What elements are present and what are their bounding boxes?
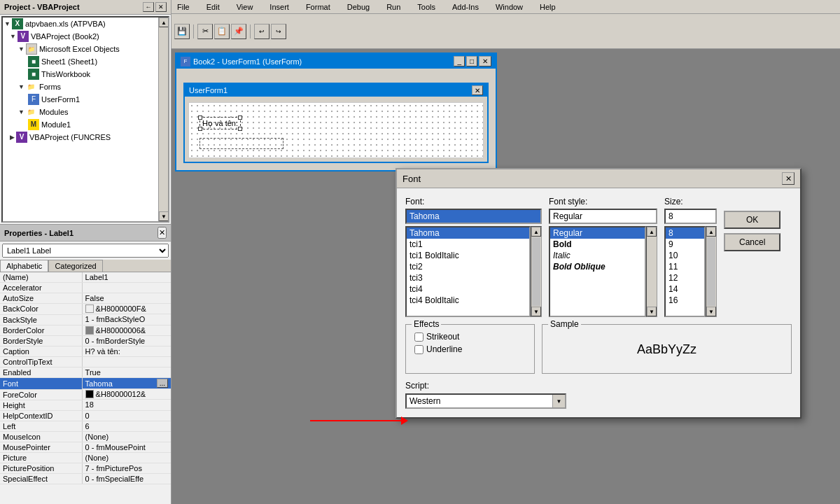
prop-value[interactable]: [82, 357, 171, 368]
toolbar-redo-btn[interactable]: ↪: [271, 24, 286, 39]
style-regular[interactable]: Regular: [550, 227, 645, 239]
prop-value[interactable]: 1 - fmBackStyleO: [82, 314, 171, 325]
tree-scroll-up[interactable]: ▲: [159, 18, 169, 27]
font-scroll-down[interactable]: ▼: [531, 307, 541, 316]
menu-tools[interactable]: Tools: [414, 1, 438, 13]
script-dropdown-btn[interactable]: ▼: [552, 395, 565, 407]
font-list-item-tci1[interactable]: tci1: [407, 239, 529, 250]
inner-form-close[interactable]: ✕: [472, 85, 483, 95]
prop-value[interactable]: 18: [82, 400, 171, 410]
ok-button[interactable]: OK: [724, 211, 780, 229]
toolbar-copy-btn[interactable]: 📋: [214, 24, 230, 39]
menu-insert[interactable]: Insert: [267, 1, 292, 13]
style-italic[interactable]: Italic: [550, 250, 645, 261]
font-style-input[interactable]: Regular: [549, 209, 657, 224]
toolbar-paste-btn[interactable]: 📌: [231, 24, 246, 39]
menu-addins[interactable]: Add-Ins: [449, 1, 482, 13]
style-bold[interactable]: Bold: [550, 239, 645, 250]
font-browse-btn[interactable]: ...: [157, 379, 168, 388]
size-12[interactable]: 12: [666, 272, 704, 284]
font-list-item-tci3[interactable]: tci3: [407, 272, 529, 284]
font-input[interactable]: Tahoma: [405, 209, 542, 224]
style-scroll-down[interactable]: ▼: [647, 307, 657, 316]
font-list-item-tahoma[interactable]: Tahoma: [407, 227, 529, 239]
handle-tr[interactable]: [238, 115, 242, 120]
tree-close-btn[interactable]: ✕: [155, 2, 167, 12]
menu-run[interactable]: Run: [384, 1, 403, 13]
tab-alphabetic[interactable]: Alphabetic: [0, 260, 48, 272]
size-10[interactable]: 10: [666, 250, 704, 261]
underline-checkbox[interactable]: [414, 345, 424, 354]
size-8[interactable]: 8: [666, 227, 704, 239]
tree-item-sheet1[interactable]: ■ Sheet1 (Sheet1): [3, 55, 158, 68]
style-bold-oblique[interactable]: Bold Oblique: [550, 261, 645, 272]
size-11[interactable]: 11: [666, 261, 704, 272]
tree-item-atpvba[interactable]: ▼ X atpvbaen.xls (ATPVBA): [3, 18, 158, 30]
tree-item-vbaproject[interactable]: ▼ V VBAProject (Book2): [3, 30, 158, 43]
prop-value[interactable]: 0 - fmSpecialEffe: [82, 473, 171, 484]
toolbar-undo-btn[interactable]: ↩: [254, 24, 270, 39]
size-9[interactable]: 9: [666, 239, 704, 250]
size-16[interactable]: 16: [666, 295, 704, 306]
prop-value[interactable]: (None): [82, 431, 171, 442]
style-scroll-up[interactable]: ▲: [647, 227, 657, 237]
toolbar-cut-btn[interactable]: ✂: [197, 24, 213, 39]
tree-item-excel-objects[interactable]: ▼ 📁 Microsoft Excel Objects: [3, 43, 158, 55]
handle-tl[interactable]: [198, 115, 202, 120]
tree-scroll-down[interactable]: ▼: [159, 211, 169, 221]
size-14[interactable]: 14: [666, 284, 704, 295]
menu-format[interactable]: Format: [303, 1, 333, 13]
font-dialog-close-btn[interactable]: ✕: [782, 172, 794, 185]
menu-window[interactable]: Window: [493, 1, 526, 13]
tree-item-modules[interactable]: ▼ 📁 Modules: [3, 106, 158, 118]
tree-item-userform1[interactable]: F UserForm1: [3, 93, 158, 106]
prop-value[interactable]: &H80000012&: [83, 389, 171, 400]
prop-value[interactable]: 0: [82, 410, 171, 421]
font-list-item-tci4bold[interactable]: tci4 BoldItalic: [407, 295, 529, 306]
font-style-list[interactable]: Regular Bold Italic Bold Oblique: [549, 226, 646, 317]
tree-item-vbaproject-funcres[interactable]: ▶ V VBAProject (FUNCRES: [3, 131, 158, 144]
size-scroll-up[interactable]: ▲: [706, 227, 716, 237]
font-list-item-tci2[interactable]: tci2: [407, 261, 529, 272]
prop-value[interactable]: 0 - fmMousePoint: [82, 442, 171, 452]
window-maximize-btn[interactable]: □: [466, 56, 477, 66]
font-scroll-up[interactable]: ▲: [531, 227, 541, 237]
prop-value[interactable]: 0 - fmBorderStyle: [82, 336, 171, 346]
font-list-item-tci4[interactable]: tci4: [407, 284, 529, 295]
strikeout-checkbox[interactable]: [414, 332, 424, 342]
handle-br[interactable]: [238, 127, 242, 131]
properties-close-btn[interactable]: ✕: [158, 227, 167, 239]
font-list[interactable]: Tahoma tci1 tci1 BoldItalic tci2 tci3 tc…: [405, 226, 531, 317]
tree-item-thisworkbook[interactable]: ■ ThisWorkbook: [3, 68, 158, 80]
prop-value[interactable]: 6: [82, 421, 171, 431]
window-close-btn[interactable]: ✕: [479, 56, 491, 66]
menu-help[interactable]: Help: [537, 1, 559, 13]
prop-value[interactable]: True: [82, 368, 171, 378]
toolbar-save-btn[interactable]: 💾: [174, 24, 190, 39]
prop-value[interactable]: Label1: [82, 272, 171, 283]
tree-toggle-btn[interactable]: ←: [143, 2, 154, 12]
prop-value[interactable]: H? và tên:: [82, 346, 171, 357]
prop-value[interactable]: False: [82, 293, 171, 304]
prop-value[interactable]: [82, 283, 171, 293]
window-minimize-btn[interactable]: _: [454, 56, 465, 66]
prop-value[interactable]: &H8000000F&: [83, 304, 171, 314]
size-input[interactable]: 8: [664, 209, 717, 224]
menu-edit[interactable]: Edit: [204, 1, 223, 13]
menu-view[interactable]: View: [234, 1, 256, 13]
menu-file[interactable]: File: [174, 1, 192, 13]
font-list-item-tci1bold[interactable]: tci1 BoldItalic: [407, 250, 529, 261]
cancel-button[interactable]: Cancel: [724, 233, 780, 251]
menu-debug[interactable]: Debug: [344, 1, 372, 13]
tree-item-forms[interactable]: ▼ 📁 Forms: [3, 80, 158, 93]
prop-value[interactable]: Tahoma ...: [83, 378, 171, 389]
properties-object-select[interactable]: Label1 Label: [2, 244, 169, 258]
size-list[interactable]: 8 9 10 11 12 14 16: [664, 226, 706, 317]
size-scroll-down[interactable]: ▼: [706, 307, 716, 316]
prop-value[interactable]: 7 - fmPicturePos: [82, 463, 171, 473]
prop-value[interactable]: (None): [82, 452, 171, 463]
tab-categorized[interactable]: Categorized: [48, 260, 102, 272]
prop-value[interactable]: &H80000006&: [83, 326, 171, 336]
tree-item-module1[interactable]: M Module1: [3, 118, 158, 131]
handle-bl[interactable]: [198, 127, 202, 131]
